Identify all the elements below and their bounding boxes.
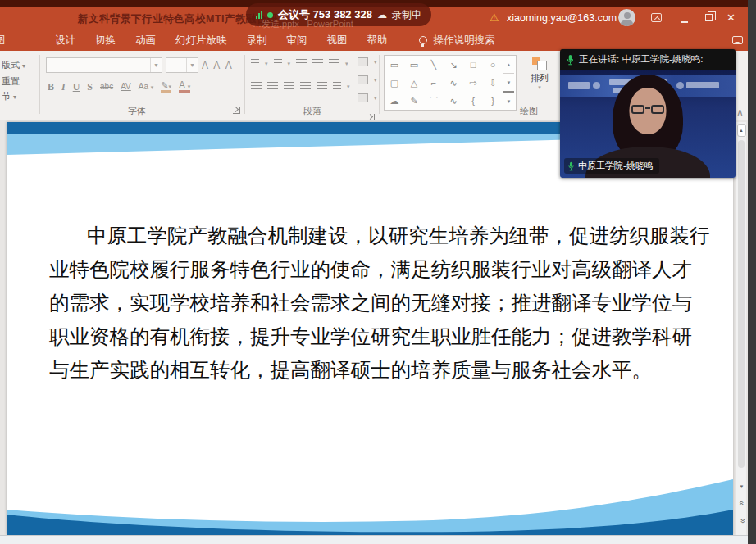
group-divider (39, 55, 40, 114)
bullets-button[interactable] (251, 59, 259, 68)
tab-design[interactable]: 设计 (45, 34, 85, 48)
slide-body-text[interactable]: 中原工学院产教融合机制建设，以研究生培养为纽带，促进纺织服装行 业特色院校履行服… (49, 219, 709, 387)
font-name-combobox[interactable]: ▼ (46, 57, 162, 73)
convert-smartart-button[interactable] (358, 93, 368, 102)
slides-group-cutoff: 版式 ▾ 重置 节 ▾ (2, 57, 25, 105)
next-slide-button[interactable]: « (735, 516, 749, 527)
font-dialog-launcher[interactable] (233, 107, 240, 114)
shape-line[interactable]: ╲ (424, 56, 444, 74)
justify-button[interactable] (300, 82, 311, 91)
scroll-up-button[interactable]: ▲ (737, 124, 746, 137)
shape-left-brace[interactable]: { (463, 92, 483, 110)
text-line: 中原工学院产教融合机制建设，以研究生培养为纽带，促进纺织服装行 (49, 219, 709, 252)
account-avatar[interactable] (618, 9, 635, 26)
increase-indent-button[interactable] (312, 59, 323, 68)
shapes-scroll-down[interactable]: ▼ (503, 73, 514, 91)
screenshot: 新文科背景下行业特色高校MTI产教融合研 …发送.pptx - PowerPoi… (0, 0, 756, 544)
tell-me-lightbulb-icon (419, 36, 427, 44)
align-text-button[interactable] (358, 75, 368, 84)
font-group-label: 字体 (43, 105, 231, 117)
minimize-button[interactable] (681, 21, 688, 23)
restore-button[interactable] (705, 14, 713, 21)
tab-animations[interactable]: 动画 (125, 34, 166, 48)
account-email[interactable]: xiaoming.yao@163.com (507, 12, 617, 24)
slide-canvas[interactable]: 中原工学院产教融合机制建设，以研究生培养为纽带，促进纺织服装行 业特色院校履行服… (7, 122, 733, 535)
font-size-combobox[interactable]: ▼ (166, 57, 198, 73)
tab-review[interactable]: 审阅 (277, 34, 317, 48)
underline-button[interactable]: U (73, 82, 80, 92)
shape-arrow-down[interactable]: ⇩ (483, 74, 503, 92)
speaker-banner: 正在讲话: 中原工学院-姚晓鸣: (560, 49, 736, 70)
collapse-ribbon-chevron[interactable]: ∧ (736, 107, 744, 118)
section-button[interactable]: 节 ▾ (2, 88, 25, 105)
slide-bottom-wave (7, 471, 733, 535)
shape-elbow-connector[interactable]: ⌐ (424, 74, 444, 92)
arrange-button[interactable]: 排列 ▾ (523, 57, 556, 91)
tab-draw-partial[interactable]: 图 (0, 34, 11, 48)
shapes-scroll-up[interactable]: ▲ (503, 56, 514, 73)
shape-textbox-vertical[interactable]: ▭ (404, 56, 424, 74)
bold-button[interactable]: B (48, 82, 54, 92)
font-color-button[interactable]: A ▾ (179, 80, 190, 93)
align-left-button[interactable] (251, 82, 262, 91)
powerpoint-window: 新文科背景下行业特色高校MTI产教融合研 …发送.pptx - PowerPoi… (0, 0, 748, 544)
line-spacing-button[interactable] (329, 59, 339, 68)
vertical-scrollbar[interactable]: ▲ ▼ « « (736, 122, 746, 535)
paragraph-group-label: 段落 (248, 105, 377, 117)
shape-arrow-line[interactable]: ↘ (444, 56, 463, 74)
speaking-now-label: 正在讲话: 中原工学院-姚晓鸣: (579, 53, 703, 66)
video-feed: 中原工学院-姚晓鸣 (560, 70, 736, 178)
text-shadow-button[interactable]: S (87, 82, 93, 92)
desktop-background-strip (748, 0, 756, 544)
grow-font-button[interactable]: Aˆ (202, 60, 210, 70)
shape-wave[interactable]: ∿ (444, 92, 463, 110)
numbering-button[interactable] (274, 59, 282, 68)
participant-glasses (629, 105, 667, 115)
shape-arrow-right[interactable]: ⇨ (463, 74, 483, 92)
shape-textbox[interactable]: ▭ (385, 56, 404, 74)
shape-cloud[interactable]: ☁ (385, 92, 404, 110)
tell-me-search[interactable]: 操作说明搜索 (434, 34, 495, 48)
tab-record[interactable]: 录制 (237, 34, 277, 48)
comments-icon[interactable] (732, 36, 743, 44)
align-right-button[interactable] (284, 82, 294, 91)
previous-slide-button[interactable]: « (735, 498, 749, 509)
warning-icon: ⚠ (490, 11, 499, 24)
decrease-indent-button[interactable] (296, 59, 307, 68)
layout-button[interactable]: 版式 ▾ (2, 57, 25, 74)
strikethrough-button[interactable]: abc (100, 83, 113, 91)
tab-view[interactable]: 视图 (317, 34, 358, 48)
shape-oval[interactable]: ○ (483, 56, 503, 74)
shape-curve[interactable]: ∿ (444, 74, 463, 92)
scrollbar-thumb[interactable] (738, 140, 745, 468)
microphone-icon (566, 54, 575, 66)
highlight-color-button[interactable]: ✎▾ (161, 81, 171, 93)
shape-arc[interactable]: ⌒ (424, 92, 444, 110)
ribbon-display-options-button[interactable] (651, 13, 662, 22)
distribute-button[interactable] (317, 82, 327, 91)
text-line: 的需求，实现学校培养和社会需求之间的无缝对接；推进翻译专业学位与 (49, 286, 709, 320)
shape-triangle[interactable]: △ (404, 74, 424, 92)
close-button[interactable]: ✕ (726, 11, 736, 24)
shape-scribble[interactable]: ✎ (404, 92, 424, 110)
text-direction-button[interactable] (358, 57, 368, 66)
columns-button[interactable] (333, 82, 341, 91)
drawing-group-label: 绘图 (492, 105, 566, 117)
tab-slideshow[interactable]: 幻灯片放映 (166, 34, 237, 48)
tab-transitions[interactable]: 切换 (85, 34, 125, 48)
video-call-overlay[interactable]: 正在讲话: 中原工学院-姚晓鸣: 中原工学院-姚晓鸣 (560, 49, 736, 178)
status-bar-sliver (0, 535, 748, 544)
shape-rectangle[interactable]: □ (463, 56, 483, 74)
italic-button[interactable]: I (61, 82, 66, 92)
shrink-font-button[interactable]: Aˇ (213, 60, 221, 70)
tab-help[interactable]: 帮助 (358, 34, 398, 48)
scroll-down-button[interactable]: ▼ (736, 479, 747, 494)
participant-name-tag: 中原工学院-姚晓鸣 (564, 158, 659, 174)
character-spacing-button[interactable]: AV (121, 83, 131, 91)
reset-button[interactable]: 重置 (2, 74, 25, 88)
participant-name-label: 中原工学院-姚晓鸣 (578, 160, 654, 172)
shape-rounded-rectangle[interactable]: ▢ (385, 74, 404, 92)
change-case-button[interactable]: Aa ▾ (139, 83, 154, 91)
clear-formatting-button[interactable]: A (225, 61, 232, 70)
align-center-button[interactable] (267, 82, 278, 91)
